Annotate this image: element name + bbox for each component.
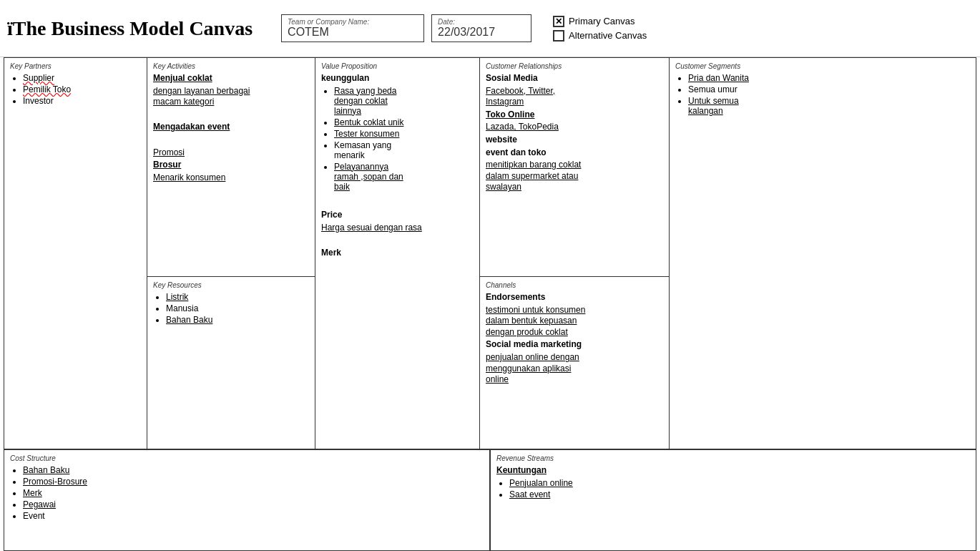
primary-canvas-checkbox[interactable]: ✕ <box>553 16 564 27</box>
primary-canvas-option[interactable]: ✕ Primary Canvas <box>553 16 647 27</box>
vp-merk: Merk <box>321 248 474 259</box>
key-activities-line5: Brosur <box>153 160 309 171</box>
vp-price-desc: Harga sesuai dengan rasa <box>321 223 474 234</box>
channels-line4: penjualan online denganmenggunakan aplik… <box>486 352 663 386</box>
list-item: Pelayanannyaramah ,sopan danbaik <box>334 162 474 192</box>
rs-title: Keuntungan <box>496 465 970 477</box>
list-item: Merk <box>23 488 484 498</box>
channels-line3: Social media marketing <box>486 339 663 351</box>
company-label: Team or Company Name: <box>288 18 418 26</box>
cost-structure-header: Cost Structure <box>10 454 484 462</box>
key-activities-cell: Key Activities Menjual coklat dengan lay… <box>147 58 315 277</box>
list-item: Bahan Baku <box>166 315 309 325</box>
vp-list: Rasa yang bedadengan coklatlainnya Bentu… <box>321 86 474 192</box>
date-label: Date: <box>438 18 525 26</box>
list-item: Semua umur <box>688 84 970 94</box>
list-item: Promosi-Brosure <box>23 477 484 487</box>
canvas-top-row: Key Partners Supplier Pemilik Toko Inves… <box>4 58 976 450</box>
primary-canvas-label: Primary Canvas <box>569 16 634 26</box>
cs-list: Pria dan Wanita Semua umur Untuk semuaka… <box>675 73 970 116</box>
cr-line7: menitipkan barang coklatdalam supermarke… <box>486 160 663 193</box>
cr-line4: Lazada, TokoPedia <box>486 122 663 133</box>
channels-line1: Endorsements <box>486 292 663 303</box>
list-item: Rasa yang bedadengan coklatlainnya <box>334 86 474 116</box>
channels-line2: testimoni untuk konsumendalam bentuk kep… <box>486 305 663 338</box>
cost-structure-list: Bahan Baku Promosi-Brosure Merk Pegawai … <box>10 465 484 521</box>
key-resources-header: Key Resources <box>153 281 309 289</box>
key-activities-resources-column: Key Activities Menjual coklat dengan lay… <box>147 58 315 449</box>
list-item: Supplier <box>23 73 141 83</box>
key-activities-line3: Mengadakan event <box>153 122 309 133</box>
value-proposition-cell: Value Proposition keunggulan Rasa yang b… <box>315 58 480 449</box>
list-item: Bentuk coklat unik <box>334 117 474 127</box>
cr-line1: Sosial Media <box>486 73 663 84</box>
alternative-canvas-label: Alternative Canvas <box>569 30 647 41</box>
list-item: Manusia <box>166 303 309 313</box>
cr-channels-column: Customer Relationships Sosial Media Face… <box>480 58 670 449</box>
list-item: Bahan Baku <box>23 465 484 475</box>
customer-relationships-cell: Customer Relationships Sosial Media Face… <box>480 58 669 277</box>
company-value: COTEM <box>288 26 418 39</box>
key-activities-line4: Promosi <box>153 147 309 159</box>
vp-keunggulan: keunggulan <box>321 73 474 84</box>
list-item: Untuk semuakalangan <box>688 96 970 116</box>
cost-structure-cell: Cost Structure Bahan Baku Promosi-Brosur… <box>4 450 491 550</box>
key-activities-spacer1 <box>153 109 309 121</box>
vp-spacer <box>321 198 474 209</box>
rs-list: Penjualan online Saat event <box>496 478 970 499</box>
cr-header: Customer Relationships <box>486 62 663 70</box>
key-activities-spacer2 <box>153 135 309 146</box>
cr-line6: event dan toko <box>486 147 663 159</box>
alternative-canvas-option[interactable]: Alternative Canvas <box>553 30 647 42</box>
cr-line2: Facebook, Twitter,Instagram <box>486 86 663 108</box>
key-activities-line2: dengan layanan berbagaimacam kategori <box>153 86 309 108</box>
channels-cell: Channels Endorsements testimoni untuk ko… <box>480 277 669 449</box>
cr-line3: Toko Online <box>486 109 663 121</box>
vp-price: Price <box>321 210 474 221</box>
date-field[interactable]: Date: 22/03/2017 <box>431 14 531 42</box>
list-item: Pegawai <box>23 499 484 509</box>
value-proposition-header: Value Proposition <box>321 62 474 70</box>
alternative-canvas-checkbox[interactable] <box>553 30 564 42</box>
list-item: Penjualan online <box>509 478 970 488</box>
header-fields: Team or Company Name: COTEM Date: 22/03/… <box>281 14 973 42</box>
revenue-streams-header: Revenue Streams <box>496 454 970 462</box>
app-title: ïThe Business Model Canvas <box>7 17 253 40</box>
canvas-bottom-row: Cost Structure Bahan Baku Promosi-Brosur… <box>4 450 976 550</box>
key-partners-cell: Key Partners Supplier Pemilik Toko Inves… <box>4 58 147 449</box>
revenue-streams-cell: Revenue Streams Keuntungan Penjualan onl… <box>491 450 976 550</box>
cs-header: Customer Segments <box>675 62 970 70</box>
channels-header: Channels <box>486 281 663 289</box>
key-partners-list: Supplier Pemilik Toko Investor <box>10 73 141 106</box>
date-value: 22/03/2017 <box>438 26 525 39</box>
list-item: Saat event <box>509 489 970 499</box>
list-item: Tester konsumen <box>334 129 474 139</box>
customer-segments-cell: Customer Segments Pria dan Wanita Semua … <box>670 58 976 449</box>
list-item: Pemilik Toko <box>23 84 141 94</box>
key-partners-header: Key Partners <box>10 62 141 70</box>
company-field[interactable]: Team or Company Name: COTEM <box>281 14 424 42</box>
vp-spacer2 <box>321 235 474 246</box>
list-item: Pria dan Wanita <box>688 73 970 83</box>
list-item: Investor <box>23 96 141 106</box>
list-item: Listrik <box>166 292 309 302</box>
canvas-options: ✕ Primary Canvas Alternative Canvas <box>553 16 647 42</box>
list-item: Event <box>23 511 484 521</box>
key-activities-line1: Menjual coklat <box>153 73 309 84</box>
key-resources-list: Listrik Manusia Bahan Baku <box>153 292 309 325</box>
canvas-grid: Key Partners Supplier Pemilik Toko Inves… <box>4 57 976 551</box>
key-activities-line6: Menarik konsumen <box>153 172 309 184</box>
header: ïThe Business Model Canvas Team or Compa… <box>0 0 980 57</box>
list-item: Kemasan yangmenarik <box>334 140 474 160</box>
key-activities-header: Key Activities <box>153 62 309 70</box>
cr-line5: website <box>486 135 663 146</box>
key-resources-cell: Key Resources Listrik Manusia Bahan Baku <box>147 277 315 449</box>
